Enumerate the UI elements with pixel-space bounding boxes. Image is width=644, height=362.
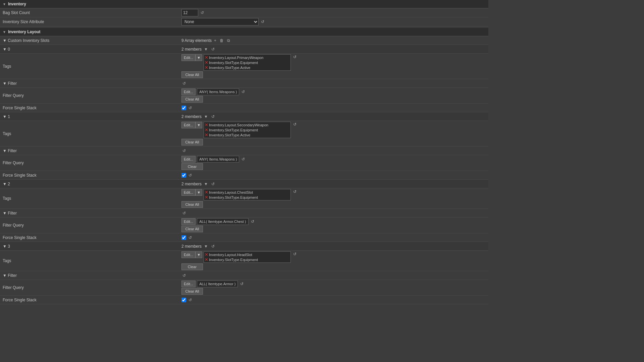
slot-2-force-single-stack-checkbox[interactable]: [181, 235, 186, 240]
inventory-section-header: ▼ Inventory: [0, 0, 488, 8]
slot-2-filter-query-reset[interactable]: ↺: [250, 219, 255, 224]
slot-2-filter-query-row: Filter Query Edit... ALL( Itemtype.Armor…: [0, 218, 488, 233]
slot-1-reset[interactable]: ↺: [210, 114, 216, 119]
slot-3-reset[interactable]: ↺: [210, 244, 216, 249]
slot-0-tags-row: Tags Edit... ▼ ✕Inventory.Layout.Primary…: [0, 54, 488, 79]
slot-2-tags-reset[interactable]: ↺: [292, 189, 298, 194]
slot-item-1: ▼ 1 2 members ▼ ↺ Tags Edit... ▼ ✕Invent…: [0, 112, 488, 180]
slot-3-filter-query-reset[interactable]: ↺: [239, 281, 245, 287]
slot-2-edit-btn[interactable]: Edit... ▼: [181, 189, 202, 196]
inventory-size-attr-value: None ↺: [179, 17, 488, 26]
slot-3-force-single-stack-checkbox[interactable]: [181, 298, 186, 302]
array-delete-btn[interactable]: 🗑: [219, 38, 225, 43]
slot-2-filter-reset[interactable]: ↺: [181, 210, 187, 216]
slot-0-tags-clear-all[interactable]: Clear All: [181, 71, 203, 78]
slot-2-force-single-stack-label: Force Single Stack: [0, 234, 179, 241]
slot-3-tags-container: ✕Inventory.Layout.HeadSlot ✕Inventory.Sl…: [204, 251, 291, 263]
inventory-layout-collapse-icon[interactable]: ▼: [3, 30, 6, 34]
slot-2-collapse-icon[interactable]: ▼: [3, 182, 7, 186]
slot-1-force-single-stack-label: Force Single Stack: [0, 172, 179, 179]
custom-inventory-slots-label: ▼ Custom Inventory Slots: [0, 37, 179, 44]
inventory-layout-section-header: ▼ Inventory Layout: [0, 28, 488, 36]
slot-2-header: ▼ 2 2 members ▼ ↺: [0, 180, 488, 188]
slot-2-tags-clear-all[interactable]: Clear All: [181, 201, 203, 208]
slot-1-filter-reset[interactable]: ↺: [181, 148, 187, 154]
inventory-size-attr-select[interactable]: None: [181, 18, 259, 25]
bag-slot-count-value: ↺: [179, 8, 488, 17]
bag-slot-count-input[interactable]: [181, 9, 198, 16]
slot-0-filter-query-value: ANY( Items.Weapons ): [197, 88, 239, 95]
slot-0-tags-value: Edit... ▼ ✕Inventory.Layout.PrimaryWeapo…: [179, 54, 488, 79]
custom-slots-collapse-icon[interactable]: ▼: [3, 38, 7, 43]
slot-1-force-single-stack-checkbox[interactable]: [181, 173, 186, 178]
slot-3-collapse-icon[interactable]: ▼: [3, 244, 7, 249]
slot-2-tags-label: Tags: [0, 195, 179, 202]
inventory-size-attr-label: Inventory Size Attribute: [0, 18, 179, 25]
tag-item: ✕Inventory.Layout.PrimaryWeapon: [205, 55, 263, 60]
tag-item: ✕Inventory.SlotType.Active: [205, 133, 250, 137]
slot-0-reset[interactable]: ↺: [210, 47, 216, 52]
slot-1-header: ▼ 1 2 members ▼ ↺: [0, 112, 488, 121]
slot-1-filter-row: ▼ Filter ↺: [0, 146, 488, 155]
slot-3-filter-reset[interactable]: ↺: [181, 273, 187, 278]
slot-0-tags-label: Tags: [0, 63, 179, 70]
slot-2-reset[interactable]: ↺: [210, 181, 216, 187]
slot-1-filter-query-reset[interactable]: ↺: [240, 157, 246, 162]
slot-0-tags-reset[interactable]: ↺: [292, 54, 298, 60]
tag-item: ✕Inventory.Layout.ChestSlot: [205, 190, 253, 194]
inventory-section-title: Inventory: [8, 2, 26, 6]
slot-0-force-single-stack-checkbox[interactable]: [181, 106, 186, 110]
slot-1-filter-query-clear[interactable]: Clear: [181, 163, 203, 170]
tag-item: ✕Inventory.Layout.SecondaryWeapon: [205, 123, 268, 127]
slot-1-index: 1: [8, 114, 10, 119]
slot-3-force-single-stack-label: Force Single Stack: [0, 296, 179, 304]
main-panel: ▼ Inventory Bag Slot Count ↺ Inventory S…: [0, 0, 488, 304]
slot-0-filter-query-clear[interactable]: Clear All: [181, 96, 203, 103]
array-add-btn[interactable]: +: [213, 38, 217, 43]
slot-1-force-single-stack-row: Force Single Stack ↺: [0, 171, 488, 180]
slot-0-force-single-stack-reset[interactable]: ↺: [187, 105, 193, 111]
slot-1-collapse-icon[interactable]: ▼: [3, 114, 7, 119]
slot-0-expand[interactable]: ▼: [203, 47, 209, 52]
slot-1-tags-reset[interactable]: ↺: [292, 122, 298, 127]
slot-3-expand[interactable]: ▼: [203, 244, 209, 249]
tag-item: ✕Inventory.SlotType.Equipment: [205, 128, 258, 132]
tag-item: ✕Inventory.SlotType.Equipment: [205, 195, 258, 199]
slot-3-force-single-stack-row: Force Single Stack ↺: [0, 296, 488, 304]
slot-2-filter-query-edit[interactable]: Edit...: [181, 218, 196, 225]
slot-0-force-single-stack-label: Force Single Stack: [0, 104, 179, 112]
slot-0-collapse-icon[interactable]: ▼: [3, 47, 7, 52]
slot-3-edit-btn[interactable]: Edit... ▼: [181, 251, 202, 258]
slot-item-3: ▼ 3 2 members ▼ ↺ Tags Edit... ▼ ✕Invent…: [0, 242, 488, 304]
slot-3-tags-clear-all[interactable]: Clear: [181, 263, 203, 270]
slot-1-tags-label: Tags: [0, 130, 179, 137]
bag-slot-count-reset[interactable]: ↺: [200, 10, 205, 15]
slot-0-filter-query-edit[interactable]: Edit...: [181, 88, 196, 95]
array-duplicate-btn[interactable]: ⧉: [226, 38, 231, 43]
inventory-size-attr-reset[interactable]: ↺: [260, 19, 265, 24]
slot-0-filter-query-reset[interactable]: ↺: [240, 89, 246, 95]
tag-item: ✕Inventory.SlotType.Active: [205, 65, 250, 70]
slot-0-members: 2 members ▼ ↺: [179, 46, 488, 53]
slot-3-tags-row: Tags Edit... ▼ ✕Inventory.Layout.HeadSlo…: [0, 251, 488, 271]
slot-2-force-single-stack-reset[interactable]: ↺: [187, 235, 193, 240]
slot-2-members: 2 members ▼ ↺: [179, 181, 488, 187]
slot-1-tags-clear-all[interactable]: Clear AlI: [181, 139, 203, 145]
slot-1-filter-query-edit[interactable]: Edit...: [181, 156, 196, 163]
slot-3-filter-query-edit[interactable]: Edit...: [181, 281, 196, 287]
slot-2-filter-row: ▼ Filter ↺: [0, 209, 488, 218]
slot-2-filter-query-clear[interactable]: Clear All: [181, 226, 203, 232]
slot-1-edit-btn[interactable]: Edit... ▼: [181, 122, 202, 128]
inventory-collapse-icon[interactable]: ▼: [3, 2, 6, 6]
slot-3-filter-query-clear[interactable]: Clear All: [181, 288, 203, 295]
slot-0-edit-btn[interactable]: Edit... ▼: [181, 54, 202, 61]
slot-2-filter-query-label: Filter Query: [0, 222, 179, 229]
slot-2-expand[interactable]: ▼: [203, 181, 209, 187]
slot-0-filter-reset[interactable]: ↺: [181, 81, 187, 86]
slot-1-expand[interactable]: ▼: [203, 114, 209, 119]
slot-1-force-single-stack-reset[interactable]: ↺: [187, 173, 193, 178]
slot-3-force-single-stack-reset[interactable]: ↺: [187, 297, 193, 303]
slot-2-filter-query-value: ALL( Itemtype.Armor.Chest ): [197, 218, 248, 225]
slot-3-tags-reset[interactable]: ↺: [292, 251, 298, 257]
slot-1-tags-row: Tags Edit... ▼ ✕Inventory.Layout.Seconda…: [0, 121, 488, 146]
